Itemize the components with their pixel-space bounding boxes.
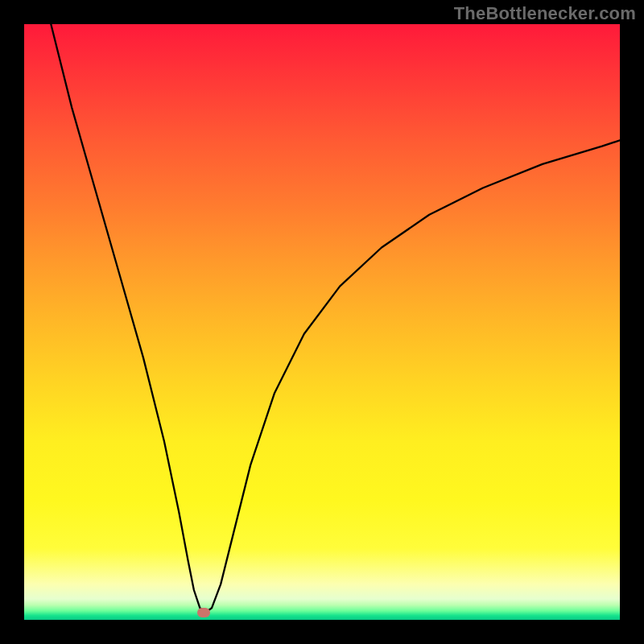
bottleneck-curve (51, 24, 620, 612)
optimum-marker (197, 608, 210, 617)
plot-area (24, 24, 620, 620)
chart-frame: TheBottlenecker.com (0, 0, 644, 644)
curve-svg (24, 24, 620, 620)
watermark-text: TheBottlenecker.com (454, 3, 636, 24)
